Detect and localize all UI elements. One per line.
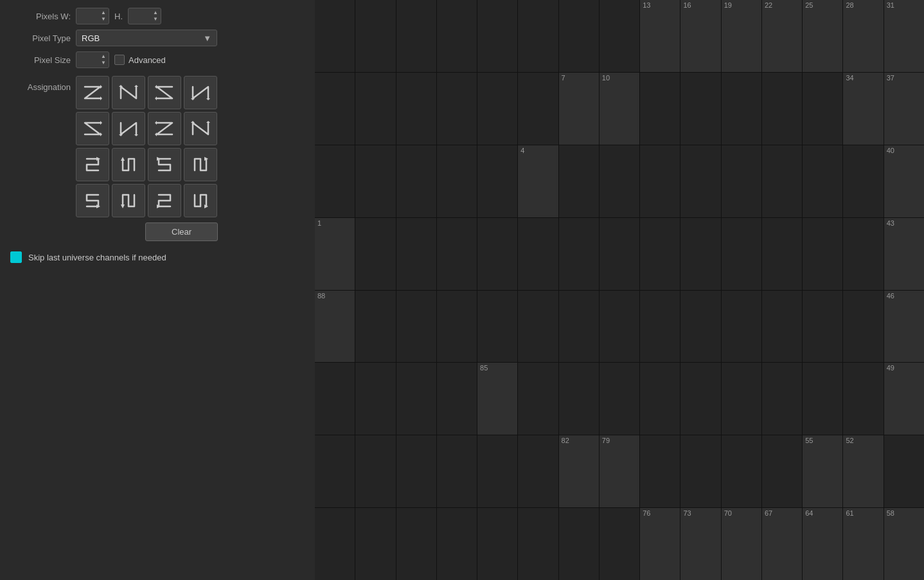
pixel-type-select[interactable]: RGB ▼ bbox=[76, 30, 217, 46]
clear-button[interactable]: Clear bbox=[145, 222, 218, 241]
table-row: 70 bbox=[722, 508, 761, 580]
table-row bbox=[559, 291, 599, 363]
advanced-checkbox[interactable] bbox=[114, 55, 125, 65]
cell-num: 64 bbox=[805, 510, 813, 517]
h-label: H. bbox=[114, 12, 123, 21]
table-row: 4 bbox=[518, 145, 558, 217]
pixels-h-up[interactable]: ▲ bbox=[153, 10, 158, 16]
pixels-w-spinbox[interactable]: 15 ▲ ▼ bbox=[76, 8, 109, 24]
table-row bbox=[559, 0, 599, 72]
assign-btn-0[interactable] bbox=[76, 76, 109, 109]
assign-btn-6[interactable] bbox=[148, 112, 181, 145]
assign-btn-12[interactable] bbox=[76, 184, 109, 217]
assign-btn-2[interactable] bbox=[148, 76, 181, 109]
table-row bbox=[762, 145, 802, 217]
table-row bbox=[722, 291, 761, 363]
table-row bbox=[722, 145, 761, 217]
cell-num: 31 bbox=[887, 2, 894, 9]
table-row bbox=[477, 0, 517, 72]
pixel-size-down[interactable]: ▼ bbox=[101, 60, 106, 66]
pixel-size-input[interactable]: 3 bbox=[79, 55, 100, 65]
table-row bbox=[315, 0, 355, 72]
table-row bbox=[803, 291, 842, 363]
chevron-down-icon: ▼ bbox=[203, 33, 211, 43]
cell-num: 76 bbox=[643, 510, 650, 517]
assign-btn-10[interactable] bbox=[148, 148, 181, 181]
table-row bbox=[722, 435, 761, 507]
table-row bbox=[396, 363, 436, 435]
assign-btn-14[interactable] bbox=[148, 184, 181, 217]
assign-btn-1[interactable] bbox=[112, 76, 145, 109]
table-row: 7 bbox=[559, 73, 599, 145]
assign-btn-11[interactable] bbox=[184, 148, 217, 181]
table-row bbox=[559, 363, 599, 435]
skip-checkbox[interactable] bbox=[10, 251, 22, 263]
cell-num: 34 bbox=[846, 75, 853, 82]
pixels-h-input[interactable]: 8 bbox=[131, 12, 152, 21]
table-row: 67 bbox=[762, 508, 802, 580]
pixels-h-down[interactable]: ▼ bbox=[153, 16, 158, 23]
table-row bbox=[680, 435, 720, 507]
table-row bbox=[518, 435, 558, 507]
table-row: 58 bbox=[884, 508, 924, 580]
pixels-h-arrows[interactable]: ▲ ▼ bbox=[153, 10, 158, 23]
table-row bbox=[680, 291, 720, 363]
pixel-size-label: Pixel Size bbox=[6, 55, 71, 65]
assign-btn-13[interactable] bbox=[112, 184, 145, 217]
pixel-size-spinbox[interactable]: 3 ▲ ▼ bbox=[76, 51, 109, 68]
assign-btn-8[interactable] bbox=[76, 148, 109, 181]
svg-marker-14 bbox=[191, 121, 195, 123]
table-row bbox=[437, 291, 477, 363]
assignation-label: Assignation bbox=[6, 76, 71, 92]
table-row bbox=[315, 435, 355, 507]
table-row bbox=[396, 435, 436, 507]
pixels-w-down[interactable]: ▼ bbox=[101, 16, 106, 23]
table-row bbox=[640, 73, 680, 145]
cell-num: 82 bbox=[562, 437, 569, 444]
table-row: 64 bbox=[803, 508, 842, 580]
table-row: 34 bbox=[843, 73, 883, 145]
cell-num: 58 bbox=[887, 510, 894, 517]
assign-btn-15[interactable] bbox=[184, 184, 217, 217]
pixel-size-up[interactable]: ▲ bbox=[101, 53, 106, 60]
table-row bbox=[843, 145, 883, 217]
table-row bbox=[477, 218, 517, 290]
table-row bbox=[722, 363, 761, 435]
table-row bbox=[722, 218, 761, 290]
table-row bbox=[355, 435, 395, 507]
table-row: 13 bbox=[640, 0, 680, 72]
svg-marker-17 bbox=[121, 157, 125, 161]
assign-btn-4[interactable] bbox=[76, 112, 109, 145]
table-row: 19 bbox=[722, 0, 761, 72]
cell-num: 4 bbox=[520, 147, 524, 154]
table-row bbox=[680, 73, 720, 145]
pixels-w-input[interactable]: 15 bbox=[79, 12, 100, 21]
pixels-w-arrows[interactable]: ▲ ▼ bbox=[101, 10, 106, 23]
table-row: 16 bbox=[680, 0, 720, 72]
table-row bbox=[640, 363, 680, 435]
table-row bbox=[437, 363, 477, 435]
left-panel: Pixels W: 15 ▲ ▼ H. 8 ▲ ▼ Pixel Type RGB… bbox=[0, 0, 315, 580]
table-row bbox=[600, 291, 639, 363]
assign-btn-5[interactable] bbox=[112, 112, 145, 145]
table-row bbox=[803, 363, 842, 435]
cell-num: 22 bbox=[765, 2, 772, 9]
table-row bbox=[315, 508, 355, 580]
skip-label: Skip last universe channels if needed bbox=[28, 253, 166, 262]
assignation-section: Assignation bbox=[6, 76, 308, 241]
table-row bbox=[518, 0, 558, 72]
svg-marker-5 bbox=[155, 96, 157, 100]
assign-btn-3[interactable] bbox=[184, 76, 217, 109]
cell-num: 70 bbox=[724, 510, 732, 517]
table-row bbox=[680, 218, 720, 290]
table-row bbox=[884, 435, 924, 507]
cell-num: 61 bbox=[846, 510, 853, 517]
pixels-h-spinbox[interactable]: 8 ▲ ▼ bbox=[128, 8, 161, 24]
skip-row: Skip last universe channels if needed bbox=[10, 251, 308, 263]
pixel-size-arrows[interactable]: ▲ ▼ bbox=[101, 53, 106, 66]
assign-btn-7[interactable] bbox=[184, 112, 217, 145]
table-row bbox=[355, 73, 395, 145]
table-row: 76 bbox=[640, 508, 680, 580]
pixels-w-up[interactable]: ▲ bbox=[101, 10, 106, 16]
assign-btn-9[interactable] bbox=[112, 148, 145, 181]
